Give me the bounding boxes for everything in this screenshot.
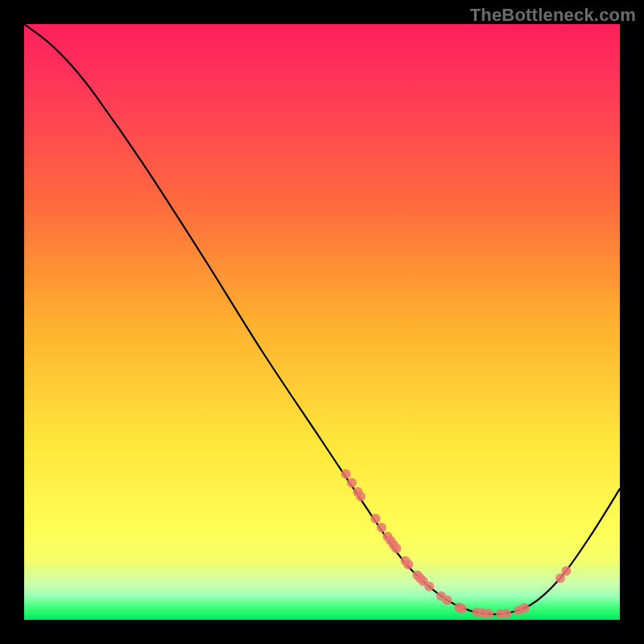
watermark-text: TheBottleneck.com: [470, 5, 636, 26]
highlight-dot: [371, 514, 381, 523]
highlight-dot: [561, 566, 571, 576]
highlight-dot: [457, 604, 467, 613]
highlight-dot: [403, 559, 413, 569]
highlight-dot: [347, 478, 357, 488]
highlight-dot: [484, 609, 493, 618]
highlight-dot: [520, 603, 530, 613]
chart-frame: TheBottleneck.com: [0, 0, 644, 644]
highlight-dot: [442, 596, 452, 605]
bottleneck-curve: [24, 24, 620, 614]
highlight-dot: [392, 543, 402, 553]
highlight-dot: [424, 582, 434, 592]
highlight-dot: [377, 522, 386, 532]
curve-svg: [24, 24, 620, 620]
highlight-dots-group: [341, 469, 572, 619]
highlight-dot: [341, 469, 351, 479]
highlight-dot: [356, 492, 365, 502]
highlight-dot: [502, 609, 511, 618]
plot-area: [24, 24, 620, 620]
